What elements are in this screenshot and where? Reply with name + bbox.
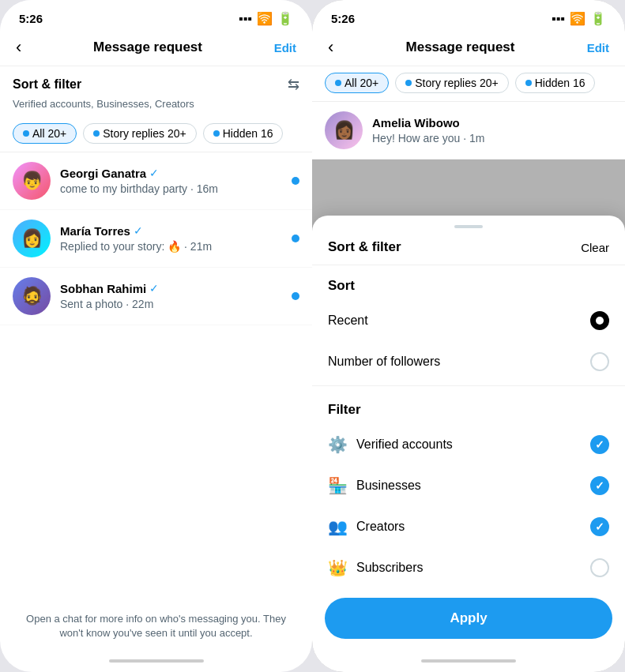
left-edit-button[interactable]: Edit: [274, 41, 296, 54]
filter-divider: [312, 385, 625, 386]
tag-all-dot: [23, 130, 29, 137]
sort-section-title: Sort: [312, 265, 625, 300]
avatar: 🧔: [13, 277, 51, 315]
filter-businesses-checkbox[interactable]: ✓: [590, 476, 609, 495]
sheet-header: Sort & filter Clear: [312, 233, 625, 265]
verified-badge: ✓: [149, 167, 159, 179]
message-content: Sobhan Rahimi ✓ Sent a photo · 22m: [60, 282, 282, 311]
right-panel: 5:26 ▪▪▪ 🛜 🔋 ‹ Message request Edit All …: [312, 0, 625, 672]
name-row: Sobhan Rahimi ✓: [60, 282, 282, 295]
left-message-list: 👦 Georgi Ganatra ✓ come to my birthday p…: [0, 152, 312, 325]
right-background-content: 5:26 ▪▪▪ 🛜 🔋 ‹ Message request Edit All …: [312, 0, 625, 160]
creators-icon: 👥: [328, 517, 347, 536]
message-preview: come to my birthday party · 16m: [60, 182, 218, 195]
name-row: Georgi Ganatra ✓: [60, 167, 282, 180]
sort-recent-label: Recent: [328, 313, 368, 328]
peek-avatar: 👩🏾: [325, 111, 363, 149]
right-back-button: ‹: [328, 37, 333, 58]
tag-story-label: Story replies 20+: [103, 127, 186, 140]
filter-subscribers-label: 👑 Subscribers: [328, 558, 423, 577]
sort-recent-radio[interactable]: [590, 311, 609, 330]
right-home-indicator: [421, 659, 516, 663]
message-content: Georgi Ganatra ✓ come to my birthday par…: [60, 167, 282, 196]
sender-name: María Torres: [60, 224, 130, 238]
verified-badge: ✓: [149, 282, 159, 295]
radio-inner: [596, 317, 604, 325]
peek-message-row: 👩🏾 Amelia Wibowo Hey! How are you · 1m: [312, 102, 625, 160]
table-row[interactable]: 👩 María Torres ✓ Replied to your story: …: [0, 210, 312, 268]
wifi-icon: 🛜: [257, 11, 273, 26]
left-back-button[interactable]: ‹: [16, 37, 21, 58]
filter-businesses-option[interactable]: 🏪 Businesses ✓: [312, 465, 625, 506]
sort-recent-option[interactable]: Recent: [312, 300, 625, 341]
sort-followers-label: Number of followers: [328, 355, 440, 369]
left-status-bar: 5:26 ▪▪▪ 🛜 🔋: [0, 0, 312, 31]
filter-section-title: Filter: [312, 389, 625, 424]
right-tags-row: All 20+ Story replies 20+ Hidden 16: [312, 66, 625, 102]
left-header: ‹ Message request Edit: [0, 31, 312, 66]
sheet-drag-handle: [454, 225, 483, 228]
battery-icon: 🔋: [590, 11, 606, 26]
right-tag-story: Story replies 20+: [395, 73, 508, 93]
message-preview: Replied to your story: 🔥 · 21m: [60, 240, 212, 253]
left-bottom-note: Open a chat for more info on who's messa…: [0, 612, 312, 640]
sort-followers-option[interactable]: Number of followers: [312, 341, 625, 382]
tag-hidden[interactable]: Hidden 16: [203, 123, 284, 144]
sheet-title: Sort & filter: [328, 239, 401, 255]
filter-verified-checkbox[interactable]: ✓: [590, 435, 609, 454]
verified-badge: ✓: [134, 224, 143, 237]
right-edit-button: Edit: [587, 41, 609, 54]
tag-hidden-label: Hidden 16: [223, 127, 273, 140]
battery-icon: 🔋: [277, 11, 293, 26]
filter-verified-option[interactable]: ⚙️ Verified accounts ✓: [312, 424, 625, 465]
right-status-icons: ▪▪▪ 🛜 🔋: [552, 11, 606, 26]
signal-icon: ▪▪▪: [552, 12, 565, 26]
message-content: María Torres ✓ Replied to your story: 🔥 …: [60, 224, 282, 253]
tag-all[interactable]: All 20+: [13, 123, 77, 144]
filter-creators-option[interactable]: 👥 Creators ✓: [312, 506, 625, 547]
verified-accounts-icon: ⚙️: [328, 435, 347, 454]
clear-button[interactable]: Clear: [581, 241, 609, 254]
filter-subscribers-option[interactable]: 👑 Subscribers: [312, 547, 625, 588]
sender-name: Georgi Ganatra: [60, 167, 146, 180]
businesses-icon: 🏪: [328, 476, 347, 495]
table-row[interactable]: 👦 Georgi Ganatra ✓ come to my birthday p…: [0, 152, 312, 210]
filter-creators-checkbox[interactable]: ✓: [590, 517, 609, 536]
left-header-title: Message request: [93, 39, 202, 55]
table-row[interactable]: 🧔 Sobhan Rahimi ✓ Sent a photo · 22m: [0, 268, 312, 325]
apply-button[interactable]: Apply: [325, 598, 612, 639]
bottom-sheet: Sort & filter Clear Sort Recent Number o…: [312, 216, 625, 672]
unread-indicator: [292, 235, 299, 242]
tag-hidden-dot: [213, 130, 220, 137]
tag-story-dot: [93, 130, 100, 137]
sort-followers-radio[interactable]: [590, 352, 609, 371]
unread-indicator: [292, 292, 299, 300]
peek-name: Amelia Wibowo: [372, 116, 460, 130]
peek-text: Hey! How are you · 1m: [372, 132, 484, 145]
filter-creators-label: 👥 Creators: [328, 517, 405, 536]
right-header: ‹ Message request Edit: [312, 31, 625, 66]
left-status-icons: ▪▪▪ 🛜 🔋: [239, 11, 293, 26]
peek-content: Amelia Wibowo Hey! How are you · 1m: [372, 116, 612, 145]
filter-verified-label: ⚙️ Verified accounts: [328, 435, 453, 454]
right-tag-hidden: Hidden 16: [515, 73, 596, 93]
filter-subscribers-checkbox[interactable]: [590, 558, 609, 577]
subscribers-icon: 👑: [328, 558, 347, 577]
avatar: 👩: [13, 220, 51, 257]
signal-icon: ▪▪▪: [239, 12, 252, 26]
right-status-bar: 5:26 ▪▪▪ 🛜 🔋: [312, 0, 625, 31]
avatar: 👦: [13, 162, 51, 200]
sheet-handle-row: [312, 216, 625, 233]
left-time: 5:26: [19, 12, 43, 25]
left-filter-icon[interactable]: ⇆: [288, 76, 299, 93]
left-filter-bar-top: Sort & filter ⇆: [13, 76, 299, 93]
right-time: 5:26: [331, 12, 355, 25]
right-tag-all: All 20+: [325, 73, 389, 93]
name-row: María Torres ✓: [60, 224, 282, 238]
left-tags-row: All 20+ Story replies 20+ Hidden 16: [0, 117, 312, 152]
tag-story-replies[interactable]: Story replies 20+: [83, 123, 196, 144]
left-filter-bar: Sort & filter ⇆ Verified accounts, Busin…: [0, 66, 312, 117]
left-sort-filter-title: Sort & filter: [13, 77, 81, 92]
unread-indicator: [292, 177, 299, 185]
left-panel: 5:26 ▪▪▪ 🛜 🔋 ‹ Message request Edit Sort…: [0, 0, 312, 672]
